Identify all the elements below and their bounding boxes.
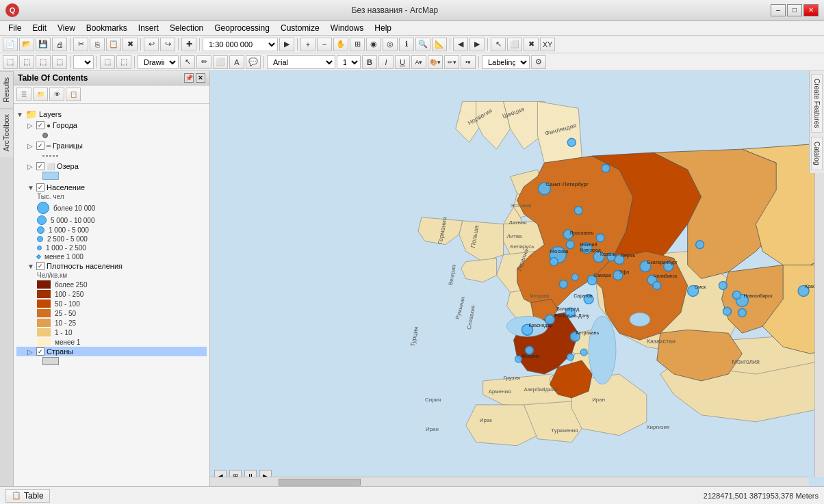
fontsize-select[interactable]: 10 — [337, 55, 361, 69]
toc-header-controls: 📌 ✕ — [184, 73, 205, 83]
density-swatch-7 — [37, 338, 51, 346]
strany-legend — [16, 357, 207, 367]
zoom-select-btn[interactable]: ◎ — [383, 38, 398, 51]
create-features-tab[interactable]: Create Features — [811, 74, 823, 133]
cut-btn[interactable]: ✂ — [73, 38, 88, 51]
layers-group-header[interactable]: ▼ 📁 Layers — [16, 108, 207, 120]
maximize-button[interactable]: □ — [787, 4, 802, 16]
draw-arrow-btn[interactable]: ↖ — [180, 55, 195, 69]
pan-btn[interactable]: ✋ — [333, 38, 348, 51]
toc-vis-btn[interactable]: 👁 — [49, 88, 64, 101]
menu-insert[interactable]: Insert — [133, 22, 164, 34]
find-btn[interactable]: 🔍 — [415, 38, 430, 51]
close-button[interactable]: ✕ — [803, 4, 819, 16]
zoom-out-btn[interactable]: − — [317, 38, 332, 51]
table-button[interactable]: 📋 Table — [5, 489, 50, 503]
draw-rect-btn[interactable]: ⬜ — [213, 55, 228, 69]
plotnost-checkbox[interactable] — [36, 262, 44, 270]
menu-edit[interactable]: Edit — [27, 22, 52, 34]
italic-btn[interactable]: I — [378, 55, 394, 69]
svg-text:Казань: Казань — [600, 252, 616, 256]
select-rect-btn[interactable]: ⬜ — [507, 38, 522, 51]
menu-view[interactable]: View — [52, 22, 81, 34]
scrollbar-horizontal[interactable] — [210, 477, 809, 486]
results-tab[interactable]: Results — [0, 71, 13, 108]
copy-btn[interactable]: ⎘ — [90, 38, 105, 51]
next-extent-btn[interactable]: ▶ — [469, 38, 485, 51]
add-data-btn[interactable]: ✚ — [181, 38, 196, 51]
strany-checkbox[interactable] — [36, 347, 44, 356]
zoom-full-btn[interactable]: ⊞ — [350, 38, 365, 51]
toc-source-btn[interactable]: 📁 — [33, 88, 48, 101]
zoom-select[interactable]: 94% — [73, 55, 94, 69]
point-btn[interactable]: •▾ — [461, 55, 476, 69]
tb2-btn1[interactable]: ⬚ — [3, 55, 18, 69]
draw-tool-btn[interactable]: ✏ — [196, 55, 211, 69]
menu-selection[interactable]: Selection — [164, 22, 209, 34]
zoom-layer-btn[interactable]: ◉ — [366, 38, 381, 51]
toc-select-btn[interactable]: 📋 — [66, 88, 81, 101]
goroda-checkbox[interactable] — [36, 121, 44, 129]
save-btn[interactable]: 💾 — [36, 38, 51, 51]
menu-customize[interactable]: Customize — [275, 22, 325, 34]
open-btn[interactable]: 📂 — [19, 38, 34, 51]
draw-callout-btn[interactable]: 💬 — [246, 55, 261, 69]
pop-legend-1: более 10 000 — [16, 201, 207, 215]
ozera-checkbox[interactable] — [36, 162, 44, 170]
identify-btn[interactable]: ℹ — [399, 38, 414, 51]
scroll-thumb-h[interactable] — [279, 479, 361, 486]
clear-select-btn[interactable]: ✖ — [524, 38, 539, 51]
toc-pin-btn[interactable]: 📌 — [184, 73, 194, 83]
granicy-label: Границы — [53, 142, 83, 150]
catalog-tab[interactable]: Catalog — [811, 137, 823, 170]
measure-btn[interactable]: 📐 — [432, 38, 447, 51]
drawing-select[interactable]: Drawing — [138, 55, 179, 69]
tb2-btn2[interactable]: ⬚ — [19, 55, 34, 69]
toc-close-btn[interactable]: ✕ — [196, 73, 205, 83]
arctoolbox-tab[interactable]: ArcToolbox — [0, 108, 13, 157]
svg-text:Иран: Иран — [592, 397, 605, 403]
scale-set-btn[interactable]: ▶ — [279, 38, 294, 51]
density-label-2: 100 - 250 — [55, 291, 83, 298]
underline-btn[interactable]: U — [395, 55, 410, 69]
menu-geoprocessing[interactable]: Geoprocessing — [209, 22, 275, 34]
menu-windows[interactable]: Windows — [325, 22, 370, 34]
menu-bookmarks[interactable]: Bookmarks — [81, 22, 133, 34]
naselenie-checkbox[interactable] — [36, 183, 44, 191]
delete-btn[interactable]: ✖ — [123, 38, 138, 51]
redo-btn[interactable]: ↪ — [160, 38, 175, 51]
print-btn[interactable]: 🖨 — [52, 38, 67, 51]
menu-help[interactable]: Help — [369, 22, 397, 34]
toc-content: ▼ 📁 Layers ▷ ● Города ▷ — [14, 104, 209, 486]
svg-point-39 — [580, 349, 587, 356]
new-btn[interactable]: 📄 — [3, 38, 18, 51]
coords-btn[interactable]: XY — [540, 38, 555, 51]
font-color-btn[interactable]: A▾ — [411, 55, 426, 69]
bold-btn[interactable]: B — [362, 55, 377, 69]
menu-file[interactable]: File — [3, 22, 27, 34]
scale-select[interactable]: 1:30 000 000 — [203, 38, 278, 51]
pop-legend-4: 2 500 - 5 000 — [16, 235, 207, 243]
paste-btn[interactable]: 📋 — [106, 38, 121, 51]
select-btn[interactable]: ↖ — [491, 38, 506, 51]
labeling-select[interactable]: Labeling — [482, 55, 530, 69]
prev-extent-btn[interactable]: ◀ — [453, 38, 468, 51]
ozera-legend — [16, 172, 207, 182]
tb2-btn4[interactable]: ⬚ — [52, 55, 67, 69]
fill-color-btn[interactable]: 🎨▾ — [428, 55, 443, 69]
toc-list-btn[interactable]: ☰ — [16, 88, 31, 101]
labeling-options-btn[interactable]: ⚙ — [531, 55, 546, 69]
line-color-btn[interactable]: ✏▾ — [444, 55, 459, 69]
minimize-button[interactable]: – — [771, 4, 786, 16]
layout-btn2[interactable]: ⬚ — [116, 55, 131, 69]
granicy-checkbox[interactable] — [36, 142, 44, 150]
map-area[interactable]: Санкт-Петербург Москва Нижний Новгород Я… — [210, 71, 824, 486]
undo-btn[interactable]: ↩ — [144, 38, 159, 51]
zoom-in-btn[interactable]: + — [300, 38, 316, 51]
layout-btn[interactable]: ⬚ — [100, 55, 115, 69]
font-select[interactable]: Arial — [267, 55, 335, 69]
tb2-btn3[interactable]: ⬚ — [36, 55, 51, 69]
svg-point-38 — [567, 354, 574, 360]
draw-text-btn[interactable]: A — [229, 55, 244, 69]
density-legend-2: 100 - 250 — [16, 289, 207, 299]
